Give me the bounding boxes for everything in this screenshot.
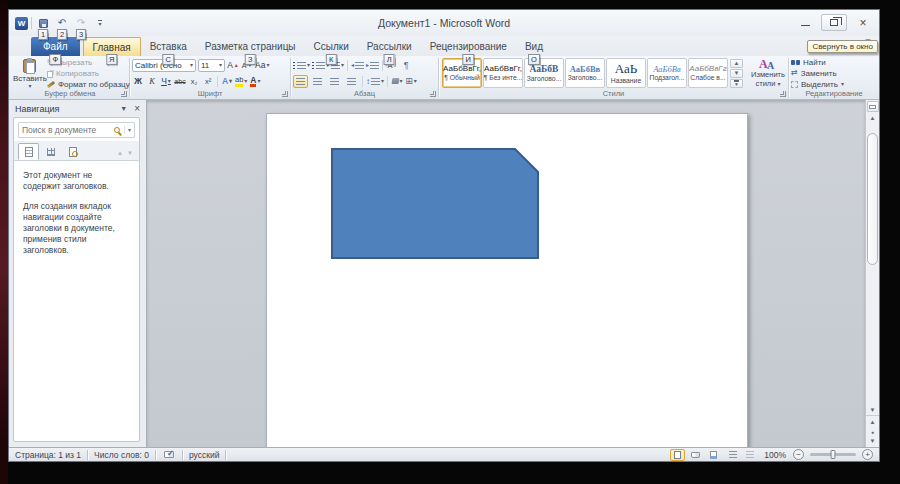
web-layout-view-button[interactable]	[706, 449, 721, 461]
page-indicator[interactable]: Страница: 1 из 1	[15, 450, 81, 460]
navigation-panel: Поиск в документе ▾ ▲ ▼ Этот документ не…	[13, 117, 140, 442]
outline-view-button[interactable]	[724, 449, 739, 461]
superscript-button[interactable]: x²	[202, 75, 214, 88]
spellcheck-icon[interactable]	[164, 451, 174, 458]
font-size-combo[interactable]: 11 ▾	[198, 59, 225, 72]
qat-customize-button[interactable]: ▾	[92, 16, 108, 31]
text-effects-button[interactable]: А▾	[221, 75, 233, 88]
tab-references[interactable]: Ссылки К	[305, 37, 358, 56]
nav-tab-headings[interactable]	[18, 143, 39, 160]
tab-file[interactable]: Файл Ф	[31, 37, 80, 56]
reading-view-button[interactable]	[688, 449, 703, 461]
document-page[interactable]	[266, 113, 748, 447]
zoom-slider-thumb[interactable]	[831, 450, 836, 459]
scrollbar-track[interactable]	[866, 123, 879, 404]
title-bar[interactable]: Документ1 - Microsoft Word W 1 ↶ 2 ↷ 3 ▾	[9, 10, 879, 36]
grow-font-button[interactable]: А▲	[227, 59, 239, 72]
font-dialog-launcher-icon[interactable]	[282, 91, 288, 97]
font-color-button[interactable]: А▾	[249, 75, 261, 88]
style-card-subtle-emphasis[interactable]: АаБбВвГг Слабое в...	[688, 58, 728, 88]
search-input[interactable]: Поиск в документе ▾	[18, 122, 135, 138]
close-button[interactable]: ×	[850, 14, 876, 31]
headings-view-icon	[25, 147, 33, 157]
highlight-color-button[interactable]: ab▾	[235, 75, 247, 88]
select-browse-object-icon[interactable]: ●	[871, 427, 874, 436]
italic-button[interactable]: К	[146, 75, 158, 88]
undo-button[interactable]: ↶ 2	[54, 16, 70, 31]
shading-button[interactable]: ▾	[391, 75, 403, 88]
find-button[interactable]: Найти	[791, 57, 877, 67]
change-case-button[interactable]: Аа▾	[255, 59, 270, 72]
search-options-icon[interactable]: ▾	[124, 126, 131, 134]
next-heading-icon[interactable]: ▼	[127, 150, 133, 156]
zoom-in-button[interactable]: +	[862, 449, 873, 460]
style-card-title[interactable]: АаЬ Название	[606, 58, 646, 88]
paragraph-dialog-launcher-icon[interactable]	[430, 91, 436, 97]
draft-view-button[interactable]	[742, 449, 757, 461]
shape-path[interactable]	[332, 149, 538, 258]
previous-page-icon[interactable]: ▲	[866, 417, 879, 427]
paste-button[interactable]: Вставить ▾	[13, 57, 47, 89]
redo-button[interactable]: ↷ 3	[73, 16, 89, 31]
zoom-level[interactable]: 100%	[764, 450, 786, 460]
scrollbar-thumb[interactable]	[867, 133, 878, 265]
tab-home[interactable]: Главная Я	[83, 37, 141, 56]
tab-mailings[interactable]: Рассылки Л	[358, 37, 421, 56]
align-right-button[interactable]	[327, 75, 342, 88]
nav-tab-pages[interactable]	[40, 143, 61, 160]
align-center-button[interactable]	[310, 75, 325, 88]
change-styles-button[interactable]: АА Изменить стили ▾	[745, 57, 791, 89]
subscript-button[interactable]: x₂	[188, 75, 200, 88]
style-card-heading2[interactable]: АаБбВв Заголово...	[565, 58, 605, 88]
scroll-up-icon[interactable]: ▲	[866, 112, 879, 123]
tab-page-layout[interactable]: Разметка страницы З	[196, 37, 305, 56]
tab-review[interactable]: Рецензирование И	[421, 37, 516, 56]
replace-button[interactable]: ⇄ Заменить	[791, 68, 877, 78]
style-card-subtitle[interactable]: АаБбВв Подзагол...	[647, 58, 687, 88]
copy-button[interactable]: Копировать	[47, 68, 130, 78]
style-card-no-spacing[interactable]: АаБбВвГг, ¶ Без инте...	[483, 58, 523, 88]
ruler-toggle-button[interactable]	[867, 101, 879, 112]
group-styles: АаБбВвГг, ¶ Обычный АаБбВвГг, ¶ Без инте…	[439, 56, 788, 99]
borders-button[interactable]: ⊞▾	[405, 75, 417, 88]
next-page-icon[interactable]: ▼	[866, 436, 879, 446]
show-marks-button[interactable]: ¶	[400, 59, 412, 72]
bold-button[interactable]: Ж	[132, 75, 144, 88]
justify-button[interactable]	[344, 75, 359, 88]
pane-options-icon[interactable]: ▼	[120, 105, 127, 112]
tab-insert[interactable]: Вставка С	[141, 37, 196, 56]
word-count[interactable]: Число слов: 0	[94, 450, 149, 460]
tab-view[interactable]: Вид О	[516, 37, 552, 56]
document-area[interactable]	[147, 100, 865, 447]
gallery-more-icon[interactable]: ▼	[730, 79, 743, 88]
underline-button[interactable]: Ч▾	[160, 75, 172, 88]
previous-heading-icon[interactable]: ▲	[117, 150, 123, 156]
vertical-scrollbar[interactable]: ▲ ▼ ▲ ● ▼	[865, 100, 879, 447]
style-preview: АаБбВвГг	[689, 65, 726, 74]
restore-button[interactable]	[821, 14, 847, 31]
scroll-down-icon[interactable]: ▼	[866, 404, 879, 415]
strikethrough-button[interactable]: abc	[174, 75, 186, 88]
zoom-slider[interactable]	[810, 453, 856, 456]
styles-dialog-launcher-icon[interactable]	[780, 91, 786, 97]
clipboard-dialog-launcher-icon[interactable]	[121, 91, 127, 97]
decrease-indent-button[interactable]: ◂	[351, 59, 364, 72]
select-button[interactable]: Выделить ▾	[791, 79, 877, 89]
gallery-scroll-up-icon[interactable]: ▲	[730, 59, 743, 68]
line-spacing-button[interactable]: ↕▾	[366, 75, 384, 88]
nav-tab-results[interactable]	[62, 143, 83, 160]
increase-indent-button[interactable]: ▸	[366, 59, 379, 72]
zoom-out-button[interactable]: −	[793, 449, 804, 460]
snip-corner-rectangle-shape[interactable]	[331, 148, 539, 259]
word-app-icon[interactable]: W	[15, 17, 28, 30]
bullets-button[interactable]: ▾	[293, 59, 310, 72]
language-indicator[interactable]: русский	[189, 450, 220, 460]
minimize-button[interactable]	[792, 14, 818, 31]
paste-icon	[23, 59, 36, 73]
gallery-scroll-down-icon[interactable]: ▼	[730, 69, 743, 78]
align-left-button[interactable]	[293, 75, 308, 88]
print-layout-view-button[interactable]	[670, 449, 685, 461]
format-painter-button[interactable]: Формат по образцу	[47, 79, 130, 89]
pane-close-icon[interactable]: ×	[134, 104, 140, 114]
save-button[interactable]: 1	[35, 16, 51, 31]
